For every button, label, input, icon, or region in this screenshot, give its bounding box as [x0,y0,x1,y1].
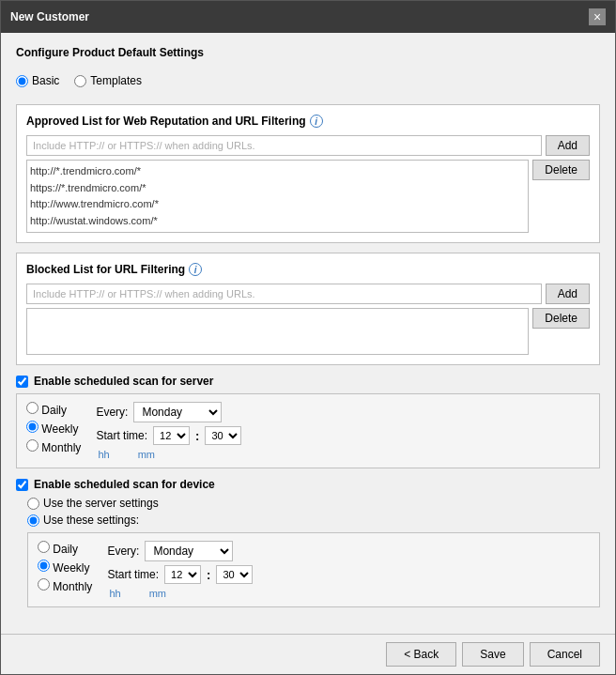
server-weekly-label[interactable]: Weekly [26,421,81,436]
mode-radio-group: Basic Templates [16,74,600,87]
device-weekly-radio[interactable] [38,560,50,572]
title-bar: New Customer × [1,1,615,33]
server-daily-radio[interactable] [26,402,38,414]
device-mm-label: mm [149,588,166,599]
blocked-add-button[interactable]: Add [546,284,590,304]
device-scan-settings: Daily Weekly Monthly Every: [27,532,600,607]
templates-radio-label[interactable]: Templates [74,74,142,87]
list-item: http://*.trendmicro.com/* [30,163,525,180]
server-weekly-radio[interactable] [26,421,38,433]
approved-list-wrapper: http://*.trendmicro.com/* https://*.tren… [26,160,590,233]
blocked-list-wrapper: Delete [26,308,590,355]
device-starttime-label: Start time: [107,568,159,581]
back-button[interactable]: < Back [386,642,456,667]
server-hh-label: hh [98,449,109,460]
blocked-list-area [26,308,529,355]
approved-url-input-row: Add [26,135,590,156]
approved-list-panel: Approved List for Web Reputation and URL… [16,104,600,243]
device-time-section: Every: Monday Tuesday Wednesday Thursday… [107,541,253,599]
cancel-button[interactable]: Cancel [530,642,600,667]
server-starttime-row: Start time: 12 : 30 [96,426,241,445]
device-scan-label: Enable scheduled scan for device [34,478,215,491]
templates-label: Templates [90,74,142,87]
approved-list-info-icon[interactable]: i [310,115,323,128]
blocked-list-info-icon[interactable]: i [189,263,202,276]
basic-label: Basic [32,74,59,87]
server-scan-settings: Daily Weekly Monthly Every: [16,393,600,468]
device-scan-section: Enable scheduled scan for device Use the… [16,478,600,607]
server-every-select[interactable]: Monday Tuesday Wednesday Thursday Friday… [133,402,222,422]
approved-delete-button[interactable]: Delete [532,160,590,180]
server-scan-inner: Daily Weekly Monthly Every: [26,402,590,460]
templates-radio[interactable] [74,75,86,87]
device-every-label: Every: [107,545,139,558]
server-starttime-label: Start time: [96,429,147,442]
device-colon: : [207,568,210,582]
device-every-row: Every: Monday Tuesday Wednesday Thursday… [107,541,253,561]
device-every-select[interactable]: Monday Tuesday Wednesday Thursday Friday… [145,541,233,561]
device-server-settings-radio[interactable] [27,498,39,510]
server-colon: : [195,429,199,443]
server-daily-label[interactable]: Daily [26,402,81,417]
server-every-label: Every: [96,406,128,419]
save-button[interactable]: Save [462,642,523,667]
close-button[interactable]: × [589,8,606,25]
section-title: Configure Product Default Settings [16,46,600,59]
server-scan-label: Enable scheduled scan for server [34,375,213,388]
list-item: https://*.trendmicro.com/* [30,180,525,197]
device-daily-label[interactable]: Daily [38,541,92,556]
footer: < Back Save Cancel [1,634,615,674]
dialog-title: New Customer [10,10,89,23]
device-weekly-label[interactable]: Weekly [38,560,92,575]
blocked-delete-wrapper: Delete [532,308,590,355]
device-monthly-label[interactable]: Monthly [38,578,92,593]
device-scan-options: Use the server settings Use these settin… [16,497,600,527]
device-these-settings-radio[interactable] [27,514,39,527]
approved-delete-wrapper: Delete [532,160,590,233]
server-mm-select[interactable]: 30 [205,426,241,445]
server-scan-checkbox-row: Enable scheduled scan for server [16,375,600,388]
dialog: New Customer × Configure Product Default… [0,0,616,675]
server-scan-section: Enable scheduled scan for server Daily W… [16,375,600,468]
server-frequency-group: Daily Weekly Monthly [26,402,81,454]
server-time-section: Every: Monday Tuesday Wednesday Thursday… [96,402,241,460]
server-scan-checkbox[interactable] [16,376,28,388]
device-daily-radio[interactable] [38,541,50,553]
approved-url-input[interactable] [26,135,542,156]
device-mm-select[interactable]: 30 [216,565,253,584]
server-hhmm-labels: hh mm [96,449,241,460]
server-mm-label: mm [138,449,155,460]
server-monthly-radio[interactable] [26,439,38,452]
list-item: http://wustat.windows.com/* [30,213,525,230]
blocked-list-title: Blocked List for URL Filtering i [26,263,590,276]
device-frequency-group: Daily Weekly Monthly [38,541,92,593]
blocked-url-input[interactable] [26,284,542,304]
device-starttime-row: Start time: 12 : 30 [107,565,253,584]
server-hh-select[interactable]: 12 [153,426,190,445]
device-scan-checkbox-row: Enable scheduled scan for device [16,478,600,491]
blocked-list-panel: Blocked List for URL Filtering i Add Del… [16,253,600,365]
device-scan-inner: Daily Weekly Monthly Every: [38,541,590,599]
device-server-settings-label[interactable]: Use the server settings [27,497,600,510]
device-hh-select[interactable]: 12 [164,565,201,584]
basic-radio-label[interactable]: Basic [16,74,59,87]
device-these-settings-label[interactable]: Use these settings: [27,514,600,527]
device-scan-checkbox[interactable] [16,479,28,491]
blocked-url-input-row: Add [26,284,590,304]
approved-add-button[interactable]: Add [546,135,590,156]
approved-list-title: Approved List for Web Reputation and URL… [26,115,590,128]
device-monthly-radio[interactable] [38,578,50,591]
content-area: Configure Product Default Settings Basic… [1,33,615,634]
server-monthly-label[interactable]: Monthly [26,439,81,454]
server-every-row: Every: Monday Tuesday Wednesday Thursday… [96,402,241,422]
device-hhmm-labels: hh mm [107,588,253,599]
blocked-delete-button[interactable]: Delete [532,308,590,329]
approved-list-area: http://*.trendmicro.com/* https://*.tren… [26,160,529,233]
list-item: http://www.trendmicro.com/* [30,196,525,213]
device-hh-label: hh [109,588,120,599]
basic-radio[interactable] [16,75,28,87]
